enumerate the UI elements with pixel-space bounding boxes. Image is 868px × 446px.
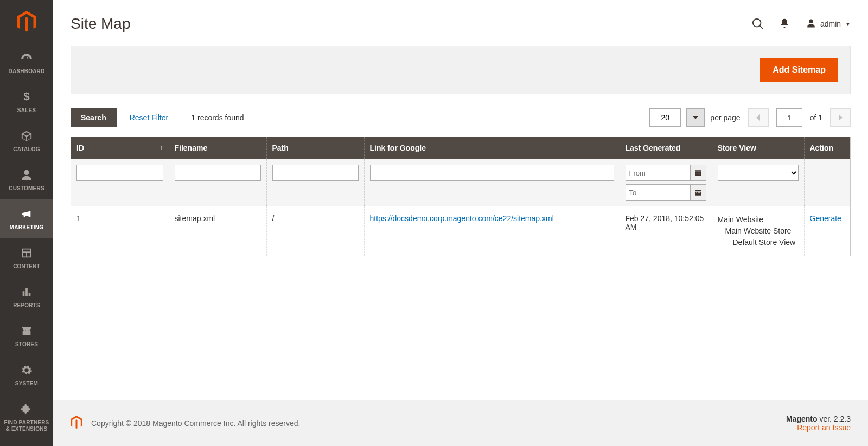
- cell-id: 1: [71, 206, 169, 256]
- col-filename[interactable]: Filename: [169, 137, 266, 159]
- person-icon: [20, 168, 34, 182]
- sort-asc-icon: ↑: [160, 144, 163, 151]
- search-button[interactable]: Search: [71, 108, 117, 127]
- grid-toolbar: Search Reset Filter 1 records found per …: [53, 108, 868, 137]
- filter-id[interactable]: [76, 165, 163, 181]
- sitemap-grid: ID↑ Filename Path Link for Google Last G…: [71, 137, 851, 256]
- user-name: admin: [820, 20, 841, 28]
- nav-label: CUSTOMERS: [9, 185, 44, 192]
- copyright: Copyright © 2018 Magento Commerce Inc. A…: [91, 419, 786, 428]
- nav-label: CONTENT: [13, 263, 40, 270]
- nav-label: REPORTS: [13, 302, 40, 309]
- table-row[interactable]: 1 sitemap.xml / https://docsdemo.corp.ma…: [71, 206, 850, 256]
- nav-label: STORES: [15, 341, 38, 348]
- nav-customers[interactable]: CUSTOMERS: [0, 160, 53, 199]
- magento-logo-icon: [71, 416, 82, 431]
- nav-label: SALES: [17, 107, 36, 114]
- nav-label: DASHBOARD: [9, 68, 45, 75]
- filter-store-view[interactable]: [718, 165, 799, 181]
- nav-catalog[interactable]: CATALOG: [0, 121, 53, 160]
- page-input[interactable]: [776, 108, 802, 127]
- per-page-input[interactable]: [649, 108, 681, 127]
- per-page-label: per page: [710, 113, 740, 122]
- action-bar: Add Sitemap: [71, 46, 851, 94]
- next-page-button[interactable]: [830, 108, 851, 127]
- generate-link[interactable]: Generate: [810, 214, 841, 223]
- nav-reports[interactable]: REPORTS: [0, 277, 53, 316]
- filter-date-to[interactable]: [626, 184, 690, 201]
- records-found: 1 records found: [191, 113, 244, 122]
- megaphone-icon: [20, 207, 34, 221]
- col-path[interactable]: Path: [266, 137, 364, 159]
- calendar-icon[interactable]: [690, 184, 706, 201]
- gauge-icon: [20, 51, 34, 65]
- product-name: Magento: [786, 415, 818, 423]
- version: ver. 2.2.3: [818, 415, 851, 423]
- col-action: Action: [804, 137, 850, 159]
- nav-stores[interactable]: STORES: [0, 316, 53, 355]
- sidebar: DASHBOARD $ SALES CATALOG CUSTOMERS MARK…: [0, 0, 53, 446]
- dollar-icon: $: [20, 90, 34, 104]
- gear-icon: [20, 363, 34, 377]
- per-page-dropdown-button[interactable]: [686, 108, 705, 127]
- col-id[interactable]: ID↑: [71, 137, 169, 159]
- user-menu[interactable]: admin ▼: [806, 18, 851, 30]
- filter-link[interactable]: [370, 165, 614, 181]
- add-sitemap-button[interactable]: Add Sitemap: [760, 58, 838, 82]
- cell-filename: sitemap.xml: [169, 206, 266, 256]
- footer: Copyright © 2018 Magento Commerce Inc. A…: [53, 400, 868, 446]
- nav-dashboard[interactable]: DASHBOARD: [0, 43, 53, 82]
- cell-path: /: [266, 206, 364, 256]
- svg-text:$: $: [23, 91, 29, 102]
- nav-label: CATALOG: [13, 146, 40, 153]
- filter-row: [71, 159, 850, 206]
- prev-page-button[interactable]: [748, 108, 769, 127]
- nav-sales[interactable]: $ SALES: [0, 82, 53, 121]
- col-last-generated[interactable]: Last Generated: [620, 137, 712, 159]
- search-icon[interactable]: [752, 18, 764, 30]
- layout-icon: [20, 246, 34, 260]
- col-link[interactable]: Link for Google: [364, 137, 620, 159]
- nav-partners[interactable]: FIND PARTNERS & EXTENSIONS: [0, 395, 53, 440]
- bell-icon[interactable]: [779, 18, 791, 30]
- user-icon: [806, 18, 816, 30]
- magento-logo[interactable]: [0, 0, 53, 43]
- box-icon: [20, 129, 34, 143]
- nav-label: SYSTEM: [15, 380, 38, 387]
- cell-store-view: Main Website Main Website Store Default …: [712, 206, 804, 256]
- page-title: Site Map: [71, 15, 752, 33]
- nav-marketing[interactable]: MARKETING: [0, 199, 53, 238]
- page-of-label: of 1: [810, 113, 822, 122]
- chevron-down-icon: ▼: [845, 21, 851, 27]
- nav-content[interactable]: CONTENT: [0, 238, 53, 277]
- nav-system[interactable]: SYSTEM: [0, 355, 53, 395]
- store-icon: [20, 324, 34, 338]
- puzzle-icon: [20, 402, 34, 416]
- filter-path[interactable]: [272, 165, 359, 181]
- report-issue-link[interactable]: Report an Issue: [797, 423, 851, 432]
- header: Site Map admin ▼: [53, 0, 868, 42]
- calendar-icon[interactable]: [690, 165, 706, 181]
- cell-last-generated: Feb 27, 2018, 10:52:05 AM: [620, 206, 712, 256]
- bars-icon: [20, 285, 34, 299]
- filter-date-from[interactable]: [626, 165, 690, 181]
- filter-filename[interactable]: [175, 165, 261, 181]
- cell-link[interactable]: https://docsdemo.corp.magento.com/ce22/s…: [370, 214, 554, 223]
- col-store-view[interactable]: Store View: [712, 137, 804, 159]
- reset-filter-link[interactable]: Reset Filter: [130, 113, 169, 122]
- nav-label: FIND PARTNERS & EXTENSIONS: [2, 419, 51, 432]
- nav-label: MARKETING: [10, 224, 43, 231]
